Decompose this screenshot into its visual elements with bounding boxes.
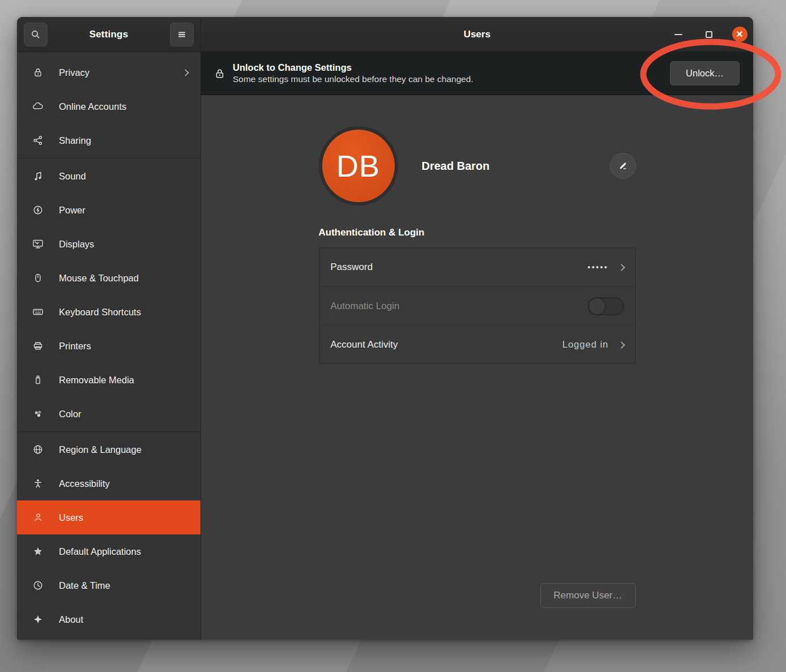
accessibility-icon	[32, 477, 44, 490]
password-value: •••••	[587, 263, 608, 272]
lock-icon	[32, 66, 44, 79]
settings-window: Settings Privacy Online Accounts Sharing	[17, 17, 753, 640]
sidebar-item-region-language[interactable]: Region & Language	[17, 433, 200, 466]
sidebar-item-default-applications[interactable]: Default Applications	[17, 534, 200, 568]
auth-card: Password ••••• Automatic Login Acc	[319, 247, 636, 364]
sidebar-item-label: About	[59, 614, 188, 625]
app-title: Settings	[89, 29, 129, 40]
display-icon	[32, 238, 44, 250]
sidebar-item-power[interactable]: Power	[17, 193, 200, 227]
sidebar-item-label: Date & Time	[59, 580, 188, 591]
sidebar-item-label: Printers	[59, 341, 188, 352]
user-name: Dread Baron	[422, 160, 490, 173]
sidebar-item-printers[interactable]: Printers	[17, 329, 200, 363]
sidebar-item-sharing[interactable]: Sharing	[17, 123, 200, 157]
account-activity-row[interactable]: Account Activity Logged in	[319, 325, 635, 363]
unlock-button[interactable]: Unlock…	[670, 61, 740, 85]
sidebar-item-accessibility[interactable]: Accessibility	[17, 466, 200, 500]
sidebar-item-label: Privacy	[59, 67, 183, 78]
sidebar-item-label: Color	[59, 409, 188, 420]
sidebar-item-date-time[interactable]: Date & Time	[17, 568, 200, 602]
sparkle-icon	[32, 613, 44, 626]
users-content: DB Dread Baron Authentication & Login Pa…	[201, 95, 753, 640]
search-button[interactable]	[24, 23, 48, 46]
titlebar[interactable]: Users ✕	[201, 17, 753, 52]
search-icon	[30, 29, 41, 40]
window-controls: ✕	[670, 27, 753, 42]
account-activity-value: Logged in	[562, 339, 609, 350]
banner-text: Unlock to Change Settings Some settings …	[233, 62, 473, 84]
sidebar-item-label: Users	[59, 512, 188, 523]
sidebar-item-label: Sharing	[59, 135, 188, 146]
remove-user-button[interactable]: Remove User…	[540, 583, 636, 608]
mouse-icon	[32, 272, 44, 284]
maximize-button[interactable]	[701, 27, 717, 42]
share-icon	[32, 134, 44, 147]
close-icon: ✕	[732, 27, 747, 42]
cloud-icon	[32, 100, 44, 113]
clock-icon	[32, 579, 44, 592]
sidebar-item-label: Default Applications	[59, 546, 188, 557]
color-icon	[32, 408, 44, 420]
star-icon	[32, 545, 44, 558]
unlock-banner: Unlock to Change Settings Some settings …	[201, 52, 753, 95]
chevron-right-icon	[619, 262, 624, 272]
sidebar-item-displays[interactable]: Displays	[17, 227, 200, 261]
maximize-icon	[706, 31, 712, 38]
sidebar-item-label: Displays	[59, 239, 188, 250]
users-icon	[32, 511, 44, 524]
keyboard-icon	[32, 306, 44, 318]
automatic-login-label: Automatic Login	[331, 301, 400, 312]
sidebar-item-label: Online Accounts	[59, 101, 188, 112]
sidebar-item-mouse-touchpad[interactable]: Mouse & Touchpad	[17, 261, 200, 295]
sidebar-item-keyboard-shortcuts[interactable]: Keyboard Shortcuts	[17, 295, 200, 329]
sidebar-item-label: Sound	[59, 171, 188, 182]
sidebar-item-users[interactable]: Users	[17, 500, 200, 534]
close-button[interactable]: ✕	[732, 27, 747, 42]
account-activity-label: Account Activity	[331, 339, 398, 350]
content-column: DB Dread Baron Authentication & Login Pa…	[319, 95, 636, 640]
hamburger-icon	[176, 29, 187, 40]
globe-icon	[32, 443, 44, 456]
chevron-right-icon	[619, 340, 624, 350]
pencil-icon	[617, 160, 629, 172]
avatar-ring: DB	[319, 126, 398, 206]
sidebar: Settings Privacy Online Accounts Sharing	[17, 17, 201, 640]
password-label: Password	[331, 262, 373, 273]
sidebar-item-sound[interactable]: Sound	[17, 159, 200, 193]
usb-drive-icon	[32, 374, 44, 386]
minimize-button[interactable]	[670, 27, 686, 42]
sidebar-separator	[17, 431, 200, 432]
edit-name-button[interactable]	[610, 153, 636, 179]
chevron-right-icon	[183, 67, 188, 78]
user-row: DB Dread Baron	[319, 126, 636, 206]
sidebar-item-label: Region & Language	[59, 444, 188, 455]
toggle-knob	[588, 297, 606, 315]
sidebar-item-online-accounts[interactable]: Online Accounts	[17, 89, 200, 123]
sidebar-item-removable-media[interactable]: Removable Media	[17, 363, 200, 397]
banner-subtitle: Some settings must be unlocked before th…	[233, 74, 473, 84]
banner-title: Unlock to Change Settings	[233, 62, 473, 73]
avatar[interactable]: DB	[322, 130, 395, 202]
sidebar-item-label: Removable Media	[59, 375, 188, 386]
sidebar-separator	[17, 158, 200, 159]
section-title: Authentication & Login	[319, 227, 636, 238]
music-note-icon	[32, 170, 44, 182]
automatic-login-row: Automatic Login	[319, 286, 635, 325]
sidebar-item-about[interactable]: About	[17, 602, 200, 636]
sidebar-item-privacy[interactable]: Privacy	[17, 55, 200, 89]
password-row[interactable]: Password •••••	[319, 248, 635, 286]
sidebar-item-label: Power	[59, 205, 188, 216]
sidebar-item-label: Accessibility	[59, 478, 188, 489]
automatic-login-toggle[interactable]	[588, 297, 624, 315]
menu-button[interactable]	[170, 23, 194, 46]
sidebar-item-label: Keyboard Shortcuts	[59, 307, 188, 318]
sidebar-header: Settings	[17, 17, 200, 52]
main-panel: Users ✕ Unlock to Change Settings Some s…	[201, 17, 753, 640]
sidebar-item-color[interactable]: Color	[17, 397, 200, 431]
minimize-icon	[674, 34, 682, 35]
sidebar-item-label: Mouse & Touchpad	[59, 273, 188, 284]
sidebar-list: Privacy Online Accounts Sharing Sound Po…	[17, 52, 200, 640]
power-icon	[32, 204, 44, 216]
lock-icon	[213, 67, 226, 80]
